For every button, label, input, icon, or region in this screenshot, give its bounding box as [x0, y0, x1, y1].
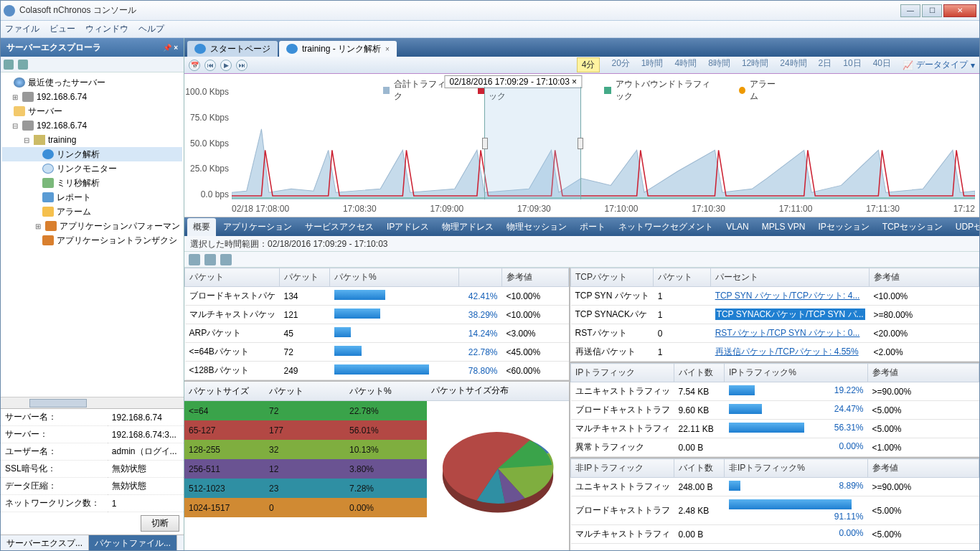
col-header[interactable]: IPトラフィック — [571, 364, 674, 382]
sidebar-item-link-analysis[interactable]: リンク解析 — [57, 149, 100, 161]
disconnect-button[interactable]: 切断 — [141, 515, 179, 532]
copy-icon[interactable] — [204, 254, 216, 265]
table-row[interactable]: <=64Bパケット7222.78%<45.00% — [185, 343, 569, 362]
col-header[interactable]: 非IPトラフィック — [571, 459, 674, 478]
add-icon[interactable] — [18, 60, 28, 70]
col-header[interactable] — [459, 268, 502, 287]
maximize-button[interactable]: ☐ — [922, 4, 942, 17]
range-1時間[interactable]: 1時間 — [641, 57, 664, 72]
col-header[interactable]: 参考値 — [870, 268, 979, 287]
close-tab-icon[interactable]: × — [385, 45, 390, 53]
rewind-icon[interactable]: ⏮ — [204, 60, 216, 71]
col-header[interactable]: パケット% — [330, 268, 459, 287]
table-row[interactable]: ユニキャストトラフィッ248.00 B 8.89%>=90.00% — [571, 478, 979, 496]
refresh-icon[interactable] — [4, 60, 14, 70]
table-row[interactable]: ブロードキャストパケ13442.41%<10.00% — [185, 287, 569, 306]
col-header[interactable]: IPトラフィック% — [725, 364, 868, 382]
datatype-selector[interactable]: 📈 データタイプ ▾ — [903, 59, 975, 71]
range-4時間[interactable]: 4時間 — [675, 57, 697, 72]
sidebar-item-app-trans[interactable]: アプリケーショントランザクシ — [57, 235, 177, 247]
subtab-8[interactable]: VLAN — [720, 219, 754, 235]
recent-servers[interactable]: 最近使ったサーバー — [28, 77, 105, 89]
recent-server-ip[interactable]: 192.168.6.74 — [37, 92, 87, 102]
table-row[interactable]: ユニキャストトラフィッ7.54 KB 19.22%>=90.00% — [571, 382, 979, 401]
table-row[interactable]: TCP SYN パケット1TCP SYN パケット/TCPパケット: 4...<… — [571, 287, 979, 306]
tab-packet-file[interactable]: パケットファイル... — [89, 535, 177, 550]
col-header[interactable]: バイト数 — [674, 459, 725, 478]
forward-icon[interactable]: ⏭ — [236, 60, 248, 71]
tab-training-link[interactable]: training - リンク解析× — [279, 41, 397, 57]
table-row[interactable]: ARPパケット4514.24%<3.00% — [185, 324, 569, 343]
table-row[interactable]: 異常トラフィック0.00 B 0.00%<1.00% — [571, 438, 979, 457]
table-row[interactable]: <128Bパケット24978.80%<60.00% — [185, 362, 569, 380]
range-40日[interactable]: 40日 — [873, 57, 891, 72]
size-row[interactable]: 65-12717756.01% — [184, 420, 427, 440]
col-header[interactable]: 非IPトラフィック% — [725, 459, 868, 478]
chart-plot[interactable] — [232, 87, 975, 199]
range-4分[interactable]: 4分 — [577, 57, 600, 72]
range-10日[interactable]: 10日 — [843, 57, 861, 72]
menu-view[interactable]: ビュー — [50, 23, 75, 35]
subtab-5[interactable]: 物理セッション — [501, 218, 573, 236]
play-icon[interactable]: ▶ — [220, 60, 232, 71]
sidebar-item-ms[interactable]: ミリ秒解析 — [57, 177, 100, 189]
calendar-icon[interactable]: 📅 — [189, 60, 200, 71]
tab-start-page[interactable]: スタートページ — [187, 41, 278, 57]
col-header[interactable]: 参考値 — [868, 459, 979, 478]
traffic-chart[interactable]: 02/18/2016 17:09:29 - 17:10:03 × 合計トラフィッ… — [184, 74, 979, 217]
subtab-6[interactable]: ポート — [574, 218, 611, 236]
col-header[interactable]: パケット — [185, 268, 280, 287]
servers-node[interactable]: サーバー — [28, 105, 62, 118]
server-tree[interactable]: 最近使ったサーバー ⊞192.168.6.74 サーバー ⊟192.168.6.… — [1, 72, 184, 397]
range-24時間[interactable]: 24時間 — [780, 57, 806, 72]
subtab-3[interactable]: IPアドレス — [381, 218, 435, 236]
size-row[interactable]: 128-2553210.13% — [184, 440, 427, 459]
subtab-1[interactable]: アプリケーション — [217, 218, 298, 236]
server-ip[interactable]: 192.168.6.74 — [37, 121, 87, 131]
sidebar-item-app-perf[interactable]: アプリケーションパフォーマン — [60, 220, 180, 232]
menu-file[interactable]: ファイル — [5, 23, 39, 35]
sidebar-item-report[interactable]: レポート — [57, 192, 91, 204]
subtab-4[interactable]: 物理アドレス — [436, 218, 499, 236]
training-node[interactable]: training — [48, 135, 76, 145]
sidebar-hscroll[interactable] — [1, 397, 184, 408]
col-header[interactable]: パケット — [280, 268, 330, 287]
col-header[interactable]: 参考値 — [868, 364, 979, 382]
size-row[interactable]: <=647222.78% — [184, 401, 427, 420]
range-2日[interactable]: 2日 — [819, 57, 832, 72]
subtab-2[interactable]: サービスアクセス — [299, 218, 380, 236]
menu-window[interactable]: ウィンドウ — [85, 23, 128, 35]
sidebar-item-link-monitor[interactable]: リンクモニター — [57, 163, 117, 175]
table-row[interactable]: マルチキャストパケッ12138.29%<10.00% — [185, 306, 569, 324]
table-row[interactable]: ブロードキャストトラフ9.60 KB 24.47%<5.00% — [571, 401, 979, 420]
selection-handle-right[interactable] — [578, 138, 583, 149]
col-header[interactable]: バイト数 — [674, 364, 725, 382]
table-row[interactable]: マルチキャストトラフィ22.11 KB 56.31%<5.00% — [571, 420, 979, 438]
subtab-12[interactable]: UDPセッショ — [950, 218, 979, 236]
tab-server-explorer[interactable]: サーバーエクスプ... — [1, 535, 89, 550]
range-12時間[interactable]: 12時間 — [742, 57, 768, 72]
col-header[interactable]: TCPパケット — [571, 268, 654, 287]
subtab-11[interactable]: TCPセッション — [877, 218, 948, 236]
subtab-0[interactable]: 概要 — [187, 218, 216, 236]
table-row[interactable]: ブロードキャストトラフ2.48 KB 91.11%<5.00% — [571, 496, 979, 525]
callout-close-icon[interactable]: × — [572, 77, 577, 87]
sidebar-item-alarm[interactable]: アラーム — [57, 206, 91, 218]
range-20分[interactable]: 20分 — [611, 57, 629, 72]
size-row[interactable]: 512-1023237.28% — [184, 479, 427, 498]
subtab-10[interactable]: IPセッション — [812, 218, 875, 236]
size-row[interactable]: 1024-151700.00% — [184, 498, 427, 517]
export-icon[interactable] — [189, 254, 200, 265]
selection-handle-left[interactable] — [482, 138, 488, 149]
pin-icon[interactable]: 📌 × — [163, 44, 178, 52]
minimize-button[interactable]: — — [900, 4, 920, 17]
selection-band[interactable] — [484, 87, 581, 199]
range-8時間[interactable]: 8時間 — [708, 57, 730, 72]
subtab-7[interactable]: ネットワークセグメント — [613, 218, 719, 236]
table-row[interactable]: TCP SYNACKパケ1TCP SYNACKパケット/TCP SYN パ...… — [571, 306, 979, 324]
table-row[interactable]: 再送信パケット1再送信パケット/TCPパケット: 4.55%<2.00% — [571, 343, 979, 362]
col-header[interactable]: パーセント — [711, 268, 870, 287]
table-row[interactable]: RSTパケット0RSTパケット/TCP SYN パケット: 0...<20.00… — [571, 324, 979, 343]
col-header[interactable]: 参考値 — [502, 268, 569, 287]
table-row[interactable]: マルチキャストトラフィ0.00 B 0.00%<5.00% — [571, 525, 979, 544]
